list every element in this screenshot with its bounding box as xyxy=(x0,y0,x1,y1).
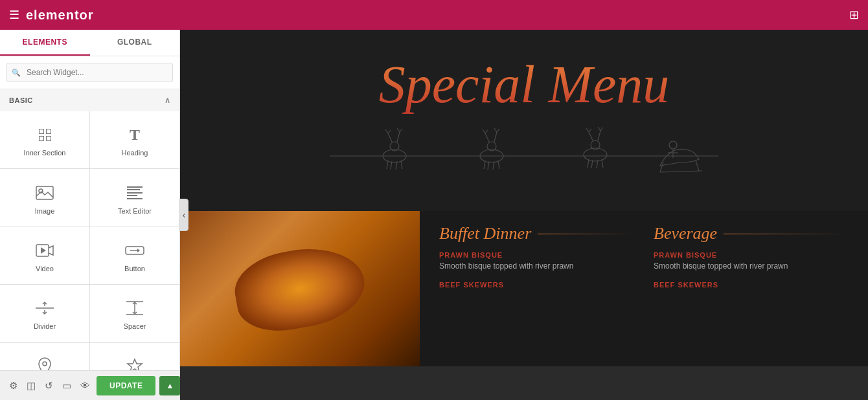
widget-text-editor[interactable]: Text Editor xyxy=(90,169,179,226)
history-icon[interactable]: ↺ xyxy=(42,377,56,394)
svg-line-21 xyxy=(397,132,400,142)
svg-line-32 xyxy=(485,130,488,133)
menu-columns: Buffet Dinner PRAWN BISQUE Smooth bisque… xyxy=(420,211,868,366)
tab-elements[interactable]: ELEMENTS xyxy=(0,30,90,56)
svg-line-44 xyxy=(589,129,591,132)
widget-heading-label: Heading xyxy=(122,149,148,157)
svg-line-27 xyxy=(401,161,402,169)
tab-global[interactable]: GLOBAL xyxy=(90,30,180,56)
svg-point-13 xyxy=(43,362,47,366)
menu-category-buffet: Buffet Dinner xyxy=(439,224,634,243)
menu-column-buffet: Buffet Dinner PRAWN BISQUE Smooth bisque… xyxy=(439,224,634,353)
widget-inner-section-label: Inner Section xyxy=(24,149,66,157)
svg-marker-3 xyxy=(41,247,46,254)
svg-line-46 xyxy=(598,127,600,131)
svg-line-36 xyxy=(484,161,485,169)
image-icon xyxy=(35,184,54,202)
svg-line-24 xyxy=(387,161,388,169)
svg-line-45 xyxy=(598,131,600,140)
search-container xyxy=(0,56,179,89)
svg-line-18 xyxy=(388,133,392,142)
grid-icon[interactable]: ⊞ xyxy=(849,8,859,22)
menu-item-beef-skewers-name: BEEF SKEWERS xyxy=(439,281,634,289)
svg-line-51 xyxy=(602,159,603,168)
menu-item-beef-skewers-2-name: BEEF SKEWERS xyxy=(654,281,849,289)
svg-line-22 xyxy=(397,128,400,132)
food-image xyxy=(180,211,420,366)
widget-video[interactable]: Video xyxy=(0,227,89,284)
search-wrapper xyxy=(6,63,173,82)
menu-item-prawn-bisque-2-name: PRAWN BISQUE xyxy=(654,251,849,259)
hamburger-icon[interactable]: ☰ xyxy=(9,8,19,22)
main-layout: ELEMENTS GLOBAL BASIC ∧ xyxy=(0,30,868,400)
menu-item-prawn-bisque-desc: Smooth bisque topped with river prawn xyxy=(439,261,634,272)
widget-heading[interactable]: T Heading xyxy=(90,111,179,168)
heading-icon: T xyxy=(125,126,144,144)
widget-divider[interactable]: Divider xyxy=(0,285,89,342)
widget-spacer-label: Spacer xyxy=(124,322,146,330)
widget-image-label: Image xyxy=(35,207,55,215)
widget-image[interactable]: Image xyxy=(0,169,89,226)
reindeer-decoration xyxy=(219,114,829,185)
preview-icon[interactable]: 👁 xyxy=(78,377,93,394)
bottom-toolbar: ⚙ ◫ ↺ ▭ 👁 UPDATE ▲ xyxy=(0,370,179,400)
svg-line-53 xyxy=(696,161,699,171)
widget-inner-section[interactable]: Inner Section xyxy=(0,111,89,168)
menu-section: Buffet Dinner PRAWN BISQUE Smooth bisque… xyxy=(180,211,868,366)
svg-marker-6 xyxy=(137,249,140,252)
responsive-icon[interactable]: ▭ xyxy=(60,377,74,394)
button-icon xyxy=(125,241,144,260)
svg-line-39 xyxy=(498,161,499,169)
widgets-grid: Inner Section T Heading Image xyxy=(0,111,179,400)
svg-point-40 xyxy=(584,148,607,161)
svg-line-19 xyxy=(385,129,388,133)
svg-line-20 xyxy=(388,130,391,133)
menu-column-beverage: Beverage PRAWN BISQUE Smooth bisque topp… xyxy=(654,224,849,353)
layers-icon[interactable]: ◫ xyxy=(24,377,38,394)
sidebar: ELEMENTS GLOBAL BASIC ∧ xyxy=(0,30,180,400)
basic-label-text: BASIC xyxy=(9,96,33,104)
top-header: ☰ elementor ⊞ xyxy=(0,0,868,30)
svg-line-30 xyxy=(485,133,489,142)
widget-divider-label: Divider xyxy=(34,322,56,330)
header-left: ☰ elementor xyxy=(9,8,94,23)
svg-line-33 xyxy=(494,132,497,142)
menu-item-prawn-bisque-name: PRAWN BISQUE xyxy=(439,251,634,259)
svg-line-42 xyxy=(589,132,593,140)
svg-line-31 xyxy=(483,129,485,133)
sidebar-tabs: ELEMENTS GLOBAL xyxy=(0,30,179,56)
svg-line-48 xyxy=(588,159,589,168)
chevron-down-icon: ∧ xyxy=(165,96,171,105)
svg-line-23 xyxy=(400,129,402,132)
menu-title: Special Menu xyxy=(379,56,670,114)
svg-line-47 xyxy=(600,128,603,131)
update-arrow-button[interactable]: ▲ xyxy=(159,376,180,395)
inner-section-icon xyxy=(35,126,54,144)
svg-line-52 xyxy=(660,162,663,172)
widget-text-editor-label: Text Editor xyxy=(118,207,152,215)
elementor-logo: elementor xyxy=(26,8,94,23)
svg-line-34 xyxy=(494,128,497,132)
text-editor-icon xyxy=(125,184,144,202)
settings-icon[interactable]: ⚙ xyxy=(6,377,20,394)
canvas-content: Special Menu xyxy=(180,30,868,400)
svg-rect-0 xyxy=(36,186,53,199)
widget-spacer[interactable]: Spacer xyxy=(90,285,179,342)
svg-line-54 xyxy=(660,171,702,172)
video-icon xyxy=(35,241,54,260)
menu-category-beverage: Beverage xyxy=(654,224,849,243)
search-input[interactable] xyxy=(6,63,173,82)
menu-item-prawn-bisque-2-desc: Smooth bisque topped with river prawn xyxy=(654,261,849,272)
food-shape xyxy=(229,239,371,339)
collapse-handle[interactable] xyxy=(179,199,188,231)
menu-hero: Special Menu xyxy=(180,30,868,211)
svg-line-35 xyxy=(497,129,499,132)
basic-section-label[interactable]: BASIC ∧ xyxy=(0,89,179,111)
widget-video-label: Video xyxy=(36,265,54,272)
svg-point-55 xyxy=(669,141,677,149)
svg-line-43 xyxy=(586,128,589,132)
canvas: Special Menu xyxy=(180,30,868,400)
update-button[interactable]: UPDATE xyxy=(97,376,155,395)
spacer-icon xyxy=(125,299,144,317)
widget-button[interactable]: Button xyxy=(90,227,179,284)
